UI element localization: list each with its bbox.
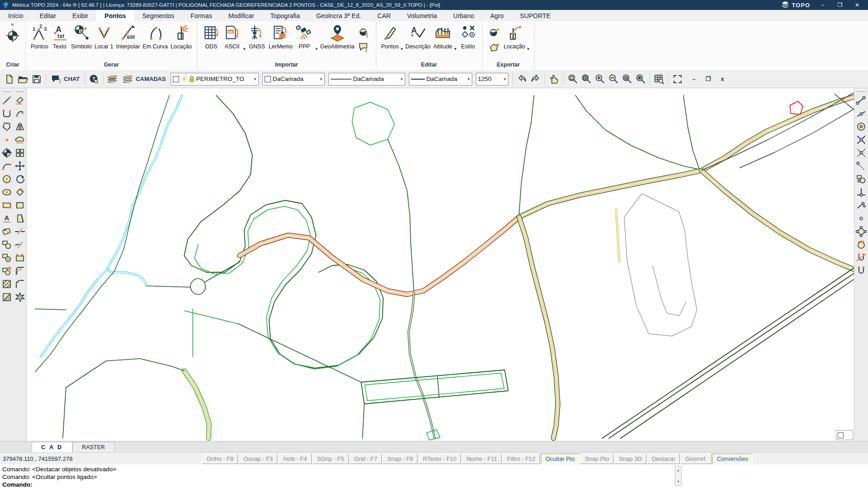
tab-volumetria[interactable]: Volumetria (399, 10, 445, 21)
editar-descricao-button[interactable]: A Descrição (405, 23, 431, 50)
zoom-out-button[interactable] (607, 72, 620, 86)
fullscreen-button[interactable] (671, 72, 684, 86)
snap-apparent-intersection-icon[interactable] (855, 147, 867, 159)
snap-perpendicular-icon[interactable] (855, 186, 867, 198)
exportar-locacao-dropdown-arrow[interactable]: ▼ (526, 47, 530, 51)
ascii-dropdown-arrow[interactable]: ▼ (242, 47, 246, 51)
importar-ascii-button[interactable]: txt ASCII (223, 23, 241, 50)
tab-car[interactable]: CAR (369, 10, 399, 21)
command-console[interactable]: Comando: <Destacar objetos desativado> C… (0, 464, 868, 488)
editar-pontos-dropdown-arrow[interactable]: ▼ (400, 47, 403, 51)
editar-estilo-button[interactable]: Estilo (459, 23, 477, 50)
tool-break-point-icon[interactable] (14, 239, 26, 251)
contour-a[interactable] (184, 95, 383, 368)
gerar-locacao-button[interactable]: Locação (171, 23, 192, 50)
tab-formas[interactable]: Formas (182, 10, 220, 21)
tool-move-icon[interactable] (14, 160, 26, 172)
tool-polyline-icon[interactable] (1, 108, 13, 119)
parcel-gray-inner[interactable] (653, 266, 686, 316)
tool-break-icon[interactable] (14, 226, 26, 237)
road-se[interactable] (702, 171, 854, 271)
status-atrib-button[interactable]: Atrib - F4 (278, 454, 311, 464)
importar-gnss-button[interactable]: GNSS (248, 23, 266, 50)
contour-b[interactable] (194, 206, 380, 369)
status-rtexto-button[interactable]: RTexto - F10 (418, 454, 461, 464)
importar-callout-icon[interactable] (357, 41, 371, 54)
status-conversoes-button[interactable]: Conversões (712, 454, 753, 464)
help-button[interactable]: ? (87, 72, 101, 86)
status-sgrip-button[interactable]: SGrip - F5 (313, 454, 349, 464)
table-view-button[interactable] (652, 72, 666, 86)
tab-suporte[interactable]: SUPORTE (512, 10, 559, 21)
exportar-web-icon[interactable] (488, 26, 501, 40)
tool-chamfer-icon[interactable] (14, 278, 26, 290)
editar-altitude-button[interactable]: Altitude (433, 23, 452, 50)
pan-hand-button[interactable] (547, 72, 561, 86)
tool-erase-icon[interactable] (14, 95, 26, 106)
importar-geoaltimetria-button[interactable]: GeoAltimetria (320, 23, 355, 50)
gerar-locar1-button[interactable]: Locar 1 (95, 23, 114, 50)
exportar-locacao-button[interactable]: Locação (504, 23, 525, 50)
undo-button[interactable] (515, 72, 529, 86)
linetype-combo[interactable]: DaCamada ▾ (328, 73, 405, 85)
road-diag-a[interactable] (602, 265, 854, 438)
road-west[interactable] (240, 217, 519, 294)
snap-enable-icon[interactable] (855, 265, 867, 277)
zoom-previous-button[interactable] (566, 72, 579, 86)
tab-segmentos[interactable]: Segmentos (134, 10, 183, 21)
status-grid-button[interactable]: Grid - F7 (350, 454, 382, 464)
stream-bank[interactable] (35, 95, 169, 372)
tool-taper-icon[interactable] (14, 213, 26, 224)
tool-hatch-solid-icon[interactable] (1, 291, 13, 303)
layers-icon[interactable] (106, 72, 119, 86)
center-line[interactable] (388, 139, 414, 293)
altitude-dropdown-arrow[interactable]: ▼ (454, 47, 457, 51)
snap-center-icon[interactable] (855, 121, 867, 133)
gerar-simbolo-button[interactable]: Símbolo (71, 23, 92, 50)
color-combo[interactable]: DaCamada ▾ (262, 73, 325, 85)
importar-web-icon[interactable] (357, 26, 371, 40)
tab-editar[interactable]: Editar (31, 10, 64, 21)
tab-urbano[interactable]: Urbano (445, 10, 482, 21)
window-restore-button[interactable]: ❐ (835, 2, 844, 8)
tool-point-icon[interactable] (1, 134, 13, 146)
criar-ponto-button[interactable] (5, 23, 20, 43)
road-diag-b[interactable] (609, 268, 854, 438)
tool-rectangle-icon[interactable] (1, 199, 13, 211)
toolbar-handle[interactable] (857, 90, 865, 92)
importar-ods-button[interactable]: ODS (202, 23, 220, 50)
bl-down[interactable] (63, 388, 66, 438)
status-filtro-button[interactable]: Filtro - F12 (503, 454, 540, 464)
snap-tangent-icon[interactable] (855, 173, 867, 185)
new-file-button[interactable] (3, 72, 16, 86)
pond[interactable] (190, 279, 205, 294)
tool-region-copy-icon[interactable] (1, 265, 13, 277)
tab-pontos[interactable]: Pontos (96, 10, 134, 21)
snap-endpoint-icon[interactable] (855, 95, 867, 106)
lineweight-combo[interactable]: DaCamada ▾ (409, 73, 472, 85)
chat-button[interactable]: CHAT (48, 72, 82, 86)
camadas-button[interactable]: CAMADAS (119, 72, 168, 86)
status-ocultar-pto-button[interactable]: Ocultar Pto (541, 454, 579, 464)
document-minimize-button[interactable]: – (693, 76, 696, 82)
snap-point-icon[interactable] (855, 213, 867, 224)
contour-e[interactable] (683, 95, 699, 169)
road-diag-c[interactable] (621, 275, 854, 438)
tab-raster[interactable]: RASTER (72, 442, 114, 452)
stream-upper[interactable] (107, 95, 182, 284)
tool-explode-icon[interactable] (14, 291, 26, 303)
gerar-emcurva-button[interactable]: Em Curva (142, 23, 168, 50)
snap-node-icon[interactable] (855, 199, 867, 211)
snap-disable-icon[interactable] (855, 252, 867, 264)
road-stub[interactable] (616, 209, 619, 261)
command-prompt[interactable]: Comando: (2, 481, 868, 488)
zoom-extents-button[interactable] (579, 72, 593, 86)
redo-button[interactable] (529, 72, 542, 86)
layer-visibility-checkbox[interactable] (173, 76, 179, 82)
tab-geoincra[interactable]: GeoIncra 3ª Ed. (308, 10, 369, 21)
tool-align-icon[interactable] (14, 186, 26, 198)
window-minimize-button[interactable]: – (818, 2, 827, 8)
importar-ppp-button[interactable]: PPP (295, 23, 313, 50)
tab-topografia[interactable]: Topografia (262, 10, 308, 21)
top-blob[interactable] (352, 102, 394, 145)
